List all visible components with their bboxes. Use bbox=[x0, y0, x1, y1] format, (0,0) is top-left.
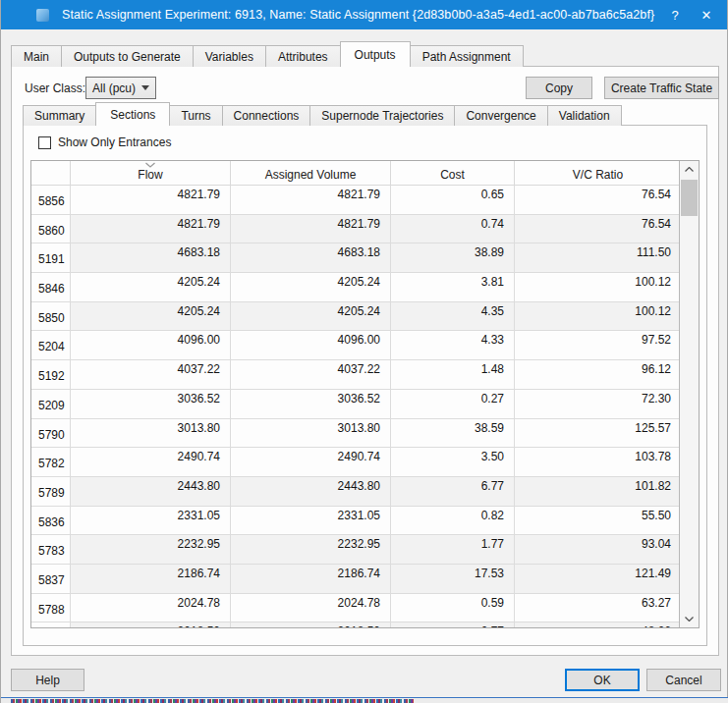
row-header-cell[interactable] bbox=[31, 622, 71, 627]
cell-flow[interactable]: 4037.22 bbox=[71, 360, 231, 389]
cell-cost[interactable]: 0.59 bbox=[391, 594, 515, 622]
cell-vc-ratio[interactable]: 97.52 bbox=[515, 331, 679, 359]
table-row[interactable]: 58564821.794821.790.6576.54 bbox=[31, 186, 679, 215]
scrollbar-thumb[interactable] bbox=[681, 180, 698, 216]
row-header-cell[interactable]: 5204 bbox=[31, 331, 71, 359]
subtab-supernode-trajectories[interactable]: Supernode Trajectories bbox=[309, 105, 455, 126]
cell-cost[interactable]: 0.82 bbox=[391, 507, 515, 535]
table-row[interactable]: 58604821.794821.790.7476.54 bbox=[31, 215, 679, 244]
cell-flow[interactable]: 2443.80 bbox=[71, 477, 231, 506]
checkbox-box[interactable] bbox=[38, 136, 51, 149]
titlebar[interactable]: Static Assignment Experiment: 6913, Name… bbox=[1, 0, 727, 29]
table-row[interactable]: 52044096.004096.004.3397.52 bbox=[31, 331, 679, 360]
row-header-cell[interactable]: 5846 bbox=[31, 273, 71, 301]
tab-variables[interactable]: Variables bbox=[193, 45, 266, 67]
cell-cost[interactable]: 4.35 bbox=[391, 302, 515, 331]
cell-flow[interactable]: 2490.74 bbox=[71, 448, 231, 476]
cell-cost[interactable]: 0.77 bbox=[391, 622, 515, 627]
table-row[interactable]: 2018.502018.500.7748.06 bbox=[31, 622, 679, 627]
cell-cost[interactable]: 1.77 bbox=[391, 535, 515, 564]
cell-flow[interactable]: 2024.78 bbox=[71, 594, 231, 622]
cell-flow[interactable]: 4096.00 bbox=[71, 331, 231, 359]
cell-vc-ratio[interactable]: 55.50 bbox=[515, 507, 679, 535]
row-header-cell[interactable]: 5209 bbox=[31, 390, 71, 418]
cell-vc-ratio[interactable]: 48.06 bbox=[515, 622, 679, 627]
cell-flow[interactable]: 4821.79 bbox=[71, 186, 231, 214]
help-button[interactable]: Help bbox=[11, 669, 84, 691]
cell-cost[interactable]: 0.27 bbox=[391, 390, 515, 418]
column-header-cost[interactable]: Cost bbox=[391, 161, 515, 185]
cell-cost[interactable]: 6.77 bbox=[391, 477, 515, 506]
table-row[interactable]: 51924037.224037.221.4896.12 bbox=[31, 360, 679, 390]
table-row[interactable]: 51914683.184683.1838.89111.50 bbox=[31, 243, 679, 273]
subtab-convergence[interactable]: Convergence bbox=[454, 105, 547, 126]
cell-assigned-volume[interactable]: 3013.80 bbox=[231, 419, 391, 448]
tab-attributes[interactable]: Attributes bbox=[265, 45, 341, 67]
cell-assigned-volume[interactable]: 4096.00 bbox=[231, 331, 391, 359]
cell-cost[interactable]: 17.53 bbox=[391, 565, 515, 593]
cell-cost[interactable]: 4.33 bbox=[391, 331, 515, 359]
row-header-cell[interactable]: 5836 bbox=[31, 507, 71, 535]
user-class-select[interactable]: All (pcu) bbox=[85, 77, 156, 99]
cell-flow[interactable]: 2018.50 bbox=[71, 622, 231, 627]
cell-vc-ratio[interactable]: 76.54 bbox=[515, 215, 679, 243]
row-header-cell[interactable]: 5860 bbox=[31, 215, 71, 243]
cell-assigned-volume[interactable]: 4821.79 bbox=[231, 186, 391, 214]
cell-flow[interactable]: 2232.95 bbox=[71, 535, 231, 564]
close-icon[interactable]: ✕ bbox=[690, 0, 723, 29]
titlebar-help-button[interactable]: ? bbox=[658, 0, 692, 29]
table-row[interactable]: 58504205.244205.244.35100.12 bbox=[31, 302, 679, 332]
scroll-down-icon[interactable] bbox=[680, 611, 699, 627]
cell-cost[interactable]: 0.65 bbox=[391, 186, 515, 214]
column-header-vc-ratio[interactable]: V/C Ratio bbox=[515, 161, 681, 185]
cell-flow[interactable]: 4205.24 bbox=[71, 273, 231, 301]
cell-cost[interactable]: 38.59 bbox=[391, 419, 515, 448]
cell-vc-ratio[interactable]: 103.78 bbox=[515, 448, 679, 476]
table-row[interactable]: 57832232.952232.951.7793.04 bbox=[31, 535, 679, 565]
copy-button[interactable]: Copy bbox=[526, 77, 592, 99]
row-header-cell[interactable]: 5856 bbox=[31, 186, 71, 214]
cell-flow[interactable]: 4683.18 bbox=[71, 243, 231, 272]
column-header-assigned-volume[interactable]: Assigned Volume bbox=[231, 161, 391, 185]
cell-assigned-volume[interactable]: 2186.74 bbox=[231, 565, 391, 593]
row-header-cell[interactable]: 5789 bbox=[31, 477, 71, 506]
scroll-up-icon[interactable] bbox=[680, 161, 699, 178]
cell-vc-ratio[interactable]: 63.27 bbox=[515, 594, 679, 622]
subtab-sections[interactable]: Sections bbox=[95, 102, 170, 126]
table-row[interactable]: 57903013.803013.8038.59125.57 bbox=[31, 419, 679, 449]
row-header-cell[interactable]: 5782 bbox=[31, 448, 71, 476]
cell-cost[interactable]: 3.50 bbox=[391, 448, 515, 476]
cell-flow[interactable]: 2331.05 bbox=[71, 507, 231, 535]
cell-assigned-volume[interactable]: 4205.24 bbox=[231, 302, 391, 331]
create-traffic-state-button[interactable]: Create Traffic State bbox=[604, 77, 719, 99]
subtab-summary[interactable]: Summary bbox=[23, 105, 96, 126]
cell-vc-ratio[interactable]: 111.50 bbox=[515, 243, 679, 272]
cell-assigned-volume[interactable]: 2024.78 bbox=[231, 594, 391, 622]
ok-button[interactable]: OK bbox=[565, 669, 640, 691]
cell-vc-ratio[interactable]: 100.12 bbox=[515, 302, 679, 331]
cell-assigned-volume[interactable]: 2018.50 bbox=[231, 622, 391, 627]
cell-assigned-volume[interactable]: 4205.24 bbox=[231, 273, 391, 301]
subtab-connections[interactable]: Connections bbox=[222, 105, 311, 126]
cell-assigned-volume[interactable]: 4821.79 bbox=[231, 215, 391, 243]
table-row[interactable]: 57892443.802443.806.77101.82 bbox=[31, 477, 679, 507]
cell-cost[interactable]: 1.48 bbox=[391, 360, 515, 389]
cell-vc-ratio[interactable]: 76.54 bbox=[515, 186, 679, 214]
cell-vc-ratio[interactable]: 125.57 bbox=[515, 419, 679, 448]
table-row[interactable]: 58362331.052331.050.8255.50 bbox=[31, 507, 679, 536]
cancel-button[interactable]: Cancel bbox=[646, 669, 721, 691]
show-only-entrances-checkbox[interactable]: Show Only Entrances bbox=[38, 135, 171, 149]
tab-outputs[interactable]: Outputs bbox=[340, 41, 411, 67]
cell-assigned-volume[interactable]: 2331.05 bbox=[231, 507, 391, 535]
tab-main[interactable]: Main bbox=[11, 45, 62, 67]
tab-outputs-to-generate[interactable]: Outputs to Generate bbox=[61, 45, 194, 67]
cell-cost[interactable]: 0.74 bbox=[391, 215, 515, 243]
subtab-turns[interactable]: Turns bbox=[169, 105, 222, 126]
cell-vc-ratio[interactable]: 96.12 bbox=[515, 360, 679, 389]
vertical-scrollbar[interactable] bbox=[679, 161, 699, 627]
cell-assigned-volume[interactable]: 3036.52 bbox=[231, 390, 391, 418]
cell-vc-ratio[interactable]: 72.30 bbox=[515, 390, 679, 418]
cell-flow[interactable]: 4205.24 bbox=[71, 302, 231, 331]
row-header-cell[interactable]: 5837 bbox=[31, 565, 71, 593]
cell-assigned-volume[interactable]: 2490.74 bbox=[231, 448, 391, 476]
